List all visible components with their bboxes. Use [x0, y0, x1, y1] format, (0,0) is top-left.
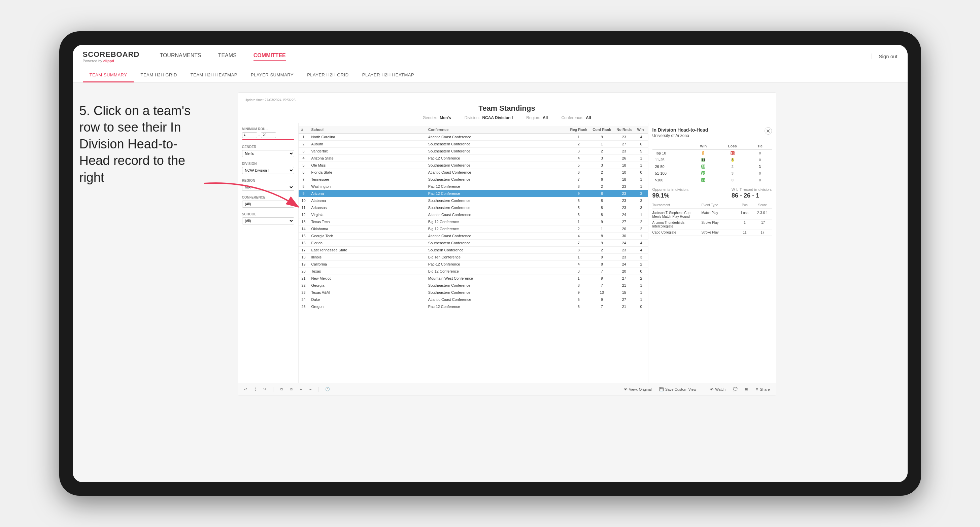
- toolbar-view-original[interactable]: 👁 View: Original: [622, 386, 654, 392]
- table-row[interactable]: 16 Florida Southeastern Conference 7 9 2…: [299, 240, 648, 247]
- table-row[interactable]: 22 Georgia Southeastern Conference 8 7 2…: [299, 282, 648, 289]
- table-row[interactable]: 3 Vanderbilt Southeastern Conference 3 2…: [299, 148, 648, 155]
- toolbar-paste[interactable]: ⧈: [288, 386, 294, 392]
- table-row[interactable]: 14 Oklahoma Big 12 Conference 2 1 26 2: [299, 225, 648, 233]
- table-row[interactable]: 6 Florida State Atlantic Coast Conferenc…: [299, 169, 648, 176]
- table-row[interactable]: 9 Arizona Pac-12 Conference 9 8 23 3: [299, 190, 648, 197]
- toolbar-copy[interactable]: ⧉: [278, 386, 285, 392]
- save-custom-label: Save Custom View: [665, 387, 697, 391]
- toolbar-share[interactable]: ⬆ Share: [753, 386, 772, 392]
- cell-conf-rank: 10: [590, 289, 614, 296]
- toolbar-save-custom[interactable]: 💾 Save Custom View: [657, 386, 698, 392]
- filter-group-gender: Gender Men's Women's: [242, 145, 294, 157]
- cell-rnds: 21: [614, 282, 634, 289]
- table-row[interactable]: 8 Washington Pac-12 Conference 8 2 23 1: [299, 183, 648, 190]
- subnav-team-h2h-grid[interactable]: TEAM H2H GRID: [134, 68, 183, 82]
- cell-rank: 22: [299, 282, 309, 289]
- cell-conference: Atlantic Coast Conference: [426, 233, 568, 240]
- subnav-player-h2h-grid[interactable]: PLAYER H2H GRID: [300, 68, 355, 82]
- cell-reg-rank: 7: [568, 240, 590, 247]
- h2h-tourn-col-pos: Pos: [739, 203, 750, 207]
- table-row[interactable]: 4 Arizona State Pac-12 Conference 4 3 26…: [299, 155, 648, 162]
- cell-conference: Atlantic Coast Conference: [426, 133, 568, 141]
- subnav-player-summary[interactable]: PLAYER SUMMARY: [244, 68, 300, 82]
- table-row[interactable]: 17 East Tennessee State Southern Confere…: [299, 247, 648, 254]
- cell-reg-rank: 5: [568, 197, 590, 204]
- cell-win: 1: [635, 282, 648, 289]
- toolbar-minus[interactable]: −: [307, 386, 313, 392]
- cell-reg-rank: 3: [568, 268, 590, 275]
- toolbar-clock[interactable]: 🕐: [323, 386, 332, 392]
- filter-select-gender[interactable]: Men's Women's: [242, 150, 294, 157]
- cell-conf-rank: 3: [590, 162, 614, 169]
- filter-select-division[interactable]: NCAA Division I NCAA Division II NCAA Di…: [242, 167, 294, 174]
- filter-label-gender: Gender: [242, 145, 294, 149]
- table-row[interactable]: 21 New Mexico Mountain West Conference 1…: [299, 275, 648, 282]
- table-row[interactable]: 12 Virginia Atlantic Coast Conference 6 …: [299, 211, 648, 218]
- filter-conference: Conference: All: [561, 116, 591, 120]
- table-row[interactable]: 11 Arkansas Southeastern Conference 5 8 …: [299, 204, 648, 211]
- dashboard-panel: Update time: 27/03/2024 15:56:26 Team St…: [238, 92, 776, 395]
- nav-committee[interactable]: COMMITTEE: [253, 52, 286, 60]
- cell-reg-rank: 6: [568, 211, 590, 218]
- filter-select-region[interactable]: N/A: [242, 184, 294, 191]
- table-row[interactable]: 13 Texas Tech Big 12 Conference 1 9 27 2: [299, 218, 648, 225]
- toolbar-comment[interactable]: 💬: [731, 386, 740, 392]
- toolbar-step-back[interactable]: ⟨: [253, 386, 258, 392]
- nav-tournaments[interactable]: TOURNAMENTS: [159, 52, 201, 60]
- nav-teams[interactable]: TEAMS: [218, 52, 237, 60]
- h2h-close-button[interactable]: ✕: [765, 127, 772, 135]
- subnav-team-summary[interactable]: TEAM SUMMARY: [83, 68, 134, 83]
- cell-rank: 2: [299, 141, 309, 148]
- cell-conference: Southeastern Conference: [426, 141, 568, 148]
- filter-conference-value: All: [586, 116, 591, 120]
- filter-group-min-rounds: Minimum Rou... -: [242, 127, 294, 140]
- cell-win: 6: [635, 141, 648, 148]
- filter-select-school[interactable]: (All): [242, 217, 294, 224]
- subnav-player-h2h-heatmap[interactable]: PLAYER H2H HEATMAP: [355, 68, 421, 82]
- h2h-row: >100 27 0 0: [652, 177, 772, 183]
- table-row[interactable]: 18 Illinois Big Ten Conference 1 9 23 3: [299, 254, 648, 261]
- cell-conference: Pac-12 Conference: [426, 190, 568, 197]
- table-row[interactable]: 7 Tennessee Southeastern Conference 7 6 …: [299, 176, 648, 183]
- sign-out[interactable]: Sign out: [872, 54, 897, 59]
- h2h-stats: Opponents in division: 99.1% W-L-T recor…: [652, 187, 772, 199]
- table-row[interactable]: 25 Oregon Pac-12 Conference 5 7 21 0: [299, 303, 648, 310]
- slider-bar-rounds[interactable]: [242, 139, 294, 140]
- cell-conf-rank: 1: [590, 225, 614, 233]
- cell-conference: Atlantic Coast Conference: [426, 296, 568, 303]
- table-row[interactable]: 2 Auburn Southeastern Conference 2 1 27 …: [299, 141, 648, 148]
- toolbar-watch[interactable]: 👁 Watch: [708, 386, 727, 392]
- filter-region-label: Region:: [526, 116, 540, 120]
- toolbar-grid[interactable]: ⊞: [743, 386, 750, 392]
- annotation-text: 5. Click on a team's row to see their In…: [80, 103, 197, 186]
- table-row[interactable]: 5 Ole Miss Southeastern Conference 5 3 1…: [299, 162, 648, 169]
- table-header-row: # School Conference Reg Rank Conf Rank N…: [299, 126, 648, 133]
- table-row[interactable]: 1 North Carolina Atlantic Coast Conferen…: [299, 133, 648, 141]
- cell-rnds: 24: [614, 240, 634, 247]
- cell-rnds: 27: [614, 296, 634, 303]
- cell-conf-rank: 9: [590, 240, 614, 247]
- cell-school: Texas: [309, 268, 426, 275]
- share-icon: ⬆: [756, 387, 759, 391]
- toolbar-redo[interactable]: ↪: [261, 386, 268, 392]
- subnav-team-h2h-heatmap[interactable]: TEAM H2H HEATMAP: [184, 68, 244, 82]
- table-row[interactable]: 20 Texas Big 12 Conference 3 7 20 0: [299, 268, 648, 275]
- cell-conference: Atlantic Coast Conference: [426, 211, 568, 218]
- cell-rank: 4: [299, 155, 309, 162]
- table-row[interactable]: 24 Duke Atlantic Coast Conference 5 9 27…: [299, 296, 648, 303]
- table-row[interactable]: 15 Georgia Tech Atlantic Coast Conferenc…: [299, 233, 648, 240]
- toolbar-undo[interactable]: ↩: [242, 386, 249, 392]
- toolbar-add[interactable]: +: [298, 386, 304, 392]
- filter-label-conference: Conference: [242, 195, 294, 199]
- cell-school: North Carolina: [309, 133, 426, 141]
- table-row[interactable]: 10 Alabama Southeastern Conference 5 8 2…: [299, 197, 648, 204]
- cell-rank: 19: [299, 261, 309, 268]
- filter-min-rounds-max[interactable]: [261, 132, 276, 138]
- table-row[interactable]: 23 Texas A&M Southeastern Conference 9 1…: [299, 289, 648, 296]
- filter-label-min-rounds: Minimum Rou...: [242, 127, 294, 131]
- filter-min-rounds-min[interactable]: [242, 132, 257, 138]
- table-row[interactable]: 19 California Pac-12 Conference 4 8 24 2: [299, 261, 648, 268]
- filter-select-conference[interactable]: (All): [242, 200, 294, 208]
- cell-school: Virginia: [309, 211, 426, 218]
